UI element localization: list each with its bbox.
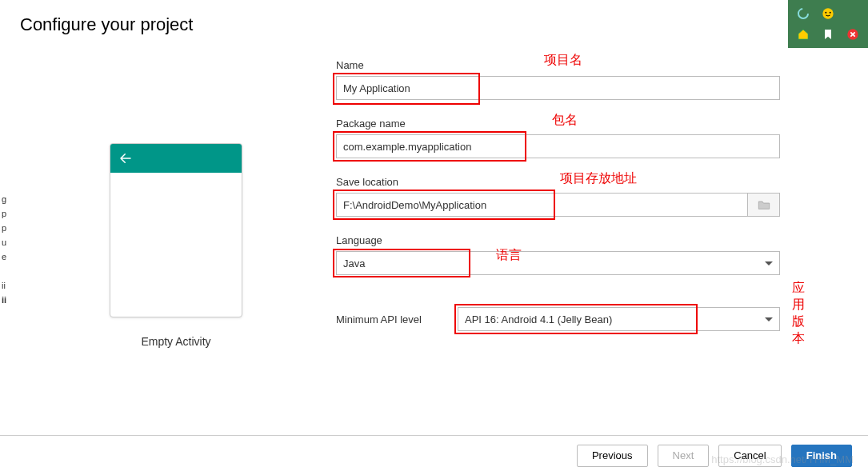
bookmark-icon[interactable] [822, 28, 834, 41]
previous-button[interactable]: Previous [577, 445, 648, 467]
preview-topbar [110, 144, 242, 173]
annotation-language: 语言 [496, 247, 522, 264]
package-input[interactable] [336, 134, 780, 158]
package-group: Package name 包名 [336, 118, 780, 158]
spinner-icon [797, 7, 810, 20]
api-group: Minimum API level API 16: Android 4.1 (J… [336, 307, 780, 331]
annotation-location: 项目存放地址 [560, 170, 637, 187]
svg-point-3 [830, 12, 831, 14]
chevron-down-icon [765, 317, 773, 321]
api-label: Minimum API level [336, 313, 458, 325]
bottom-bar: Previous Next Cancel Finish [0, 435, 868, 475]
annotation-api: 应用版本 [792, 280, 805, 347]
house-icon[interactable] [797, 28, 810, 41]
close-badge-icon[interactable] [846, 28, 859, 41]
preview-label: Empty Activity [141, 335, 210, 348]
location-input[interactable] [336, 193, 748, 217]
api-value: API 16: Android 4.1 (Jelly Bean) [465, 313, 612, 325]
next-button: Next [658, 445, 710, 467]
browse-folder-button[interactable] [748, 193, 780, 217]
location-label: Save location [336, 176, 780, 188]
cancel-button[interactable]: Cancel [718, 445, 781, 467]
emoji-icon [822, 7, 834, 20]
finish-button[interactable]: Finish [791, 445, 852, 467]
name-input[interactable] [336, 76, 780, 100]
annotation-name: 项目名 [544, 52, 582, 69]
language-group: Language Java 语言 [336, 234, 780, 275]
language-select[interactable]: Java [336, 251, 780, 275]
left-edge-cropped: gppue iiii [0, 192, 8, 307]
browser-tray [788, 0, 868, 48]
folder-icon [758, 199, 770, 210]
api-select[interactable]: API 16: Android 4.1 (Jelly Bean) [458, 307, 780, 331]
svg-point-0 [798, 9, 808, 18]
name-group: Name 项目名 [336, 59, 780, 100]
svg-point-2 [825, 12, 826, 14]
form-column: Name 项目名 Package name 包名 Save location [336, 59, 852, 348]
page-title: Configure your project [0, 0, 868, 35]
language-value: Java [343, 257, 365, 269]
svg-point-1 [822, 8, 833, 18]
phone-preview [110, 143, 242, 317]
back-arrow-icon [118, 151, 133, 166]
preview-column: Empty Activity [16, 59, 336, 348]
annotation-package: 包名 [552, 112, 578, 129]
location-group: Save location 项目存放地址 [336, 176, 780, 217]
language-label: Language [336, 234, 780, 246]
chevron-down-icon [765, 261, 773, 265]
main-area: Empty Activity Name 项目名 Package name 包名 … [0, 35, 868, 348]
